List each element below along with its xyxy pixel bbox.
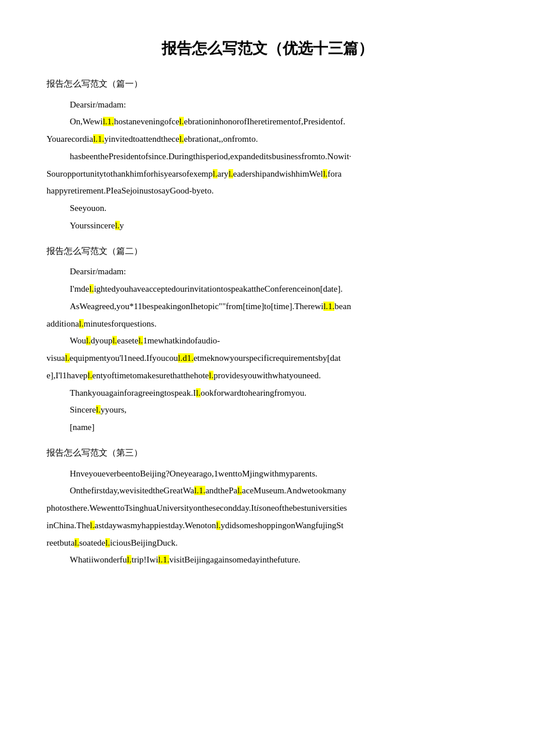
section-0-para-3: hasbeenthePresidentofsince.Duringthisper… <box>47 149 488 165</box>
section-1-para-8: Sincerel.yyours, <box>47 402 488 418</box>
section-0-para-7: Yourssincerel.y <box>47 218 488 234</box>
section-heading-1: 报告怎么写范文（篇二） <box>47 243 488 260</box>
section-1-para-5: visual.equipmentyou'l1need.Ifyoucoul.d1.… <box>47 350 488 367</box>
section-1-para-3: additional.minutesforquestions. <box>47 316 488 332</box>
section-1-para-0: Dearsir/madam: <box>47 264 488 280</box>
section-heading-0: 报告怎么写范文（篇一） <box>47 76 488 92</box>
section-2-para-2: photosthere.WewenttoTsinghuaUniversityon… <box>47 500 488 517</box>
section-0-para-0: Dearsir/madam: <box>47 97 488 113</box>
section-1-para-7: Thankyouagainforagreeingtospeak.Il.ookfo… <box>47 385 488 402</box>
section-1-para-9: [name] <box>47 420 488 436</box>
section-0-para-2: Youarecordial.1.yinvitedtoattendthecel.e… <box>47 131 488 148</box>
section-2-para-3: inChina.Thel.astdaywasmyhappiestday.Weno… <box>47 518 488 534</box>
section-2-para-1: Onthefirstday,wevisitedtheGreatWal.1.and… <box>47 483 488 499</box>
section-0-para-6: Seeyouon. <box>47 200 488 217</box>
section-2-para-4: reetbutal.soatedel.iciousBeijingDuck. <box>47 535 488 551</box>
section-2-para-0: HnveyoueverbeentoBeijing?Oneyearago,1wen… <box>47 466 488 482</box>
page-title: 报告怎么写范文（优选十三篇） <box>47 35 488 62</box>
section-0-para-1: On,Wewil.1.hostaneveningofcel.ebrationin… <box>47 114 488 130</box>
section-1-para-6: e],I'l1havepl.entyoftimetomakesurethatth… <box>47 368 488 384</box>
section-1-para-4: Woul.dyoupl.easetel.1mewhatkindofaudio- <box>47 333 488 349</box>
content-sections: 报告怎么写范文（篇一）Dearsir/madam:On,Wewil.1.host… <box>47 76 488 575</box>
section-1-para-1: I'mdel.ightedyouhaveacceptedourinvitatio… <box>47 281 488 298</box>
section-heading-2: 报告怎么写范文（第三） <box>47 445 488 461</box>
section-0-para-4: Souropportunitytothankhimforhisyearsofex… <box>47 166 488 182</box>
section-0-para-5: happyretirement.PIeaSejoinustosayGood-by… <box>47 183 488 199</box>
section-2-para-5: Whatiiwonderful.trip!Iwil.1.visitBeijing… <box>47 552 488 568</box>
section-1-para-2: AsWeagreed,you*11bespeakingonIhetopic""f… <box>47 299 488 315</box>
